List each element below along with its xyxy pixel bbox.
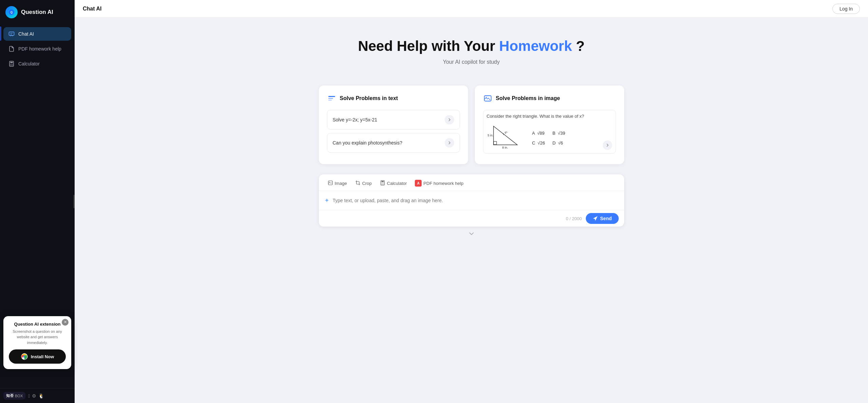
crop-label: Crop: [362, 181, 372, 186]
popup-description: Screenshot a question on any website and…: [9, 329, 66, 346]
sidebar-item-label: Chat AI: [18, 31, 34, 37]
svg-point-9: [12, 64, 13, 65]
send-button[interactable]: Send: [586, 213, 618, 224]
problem-item-2[interactable]: Can you explain photosynthesis?: [327, 133, 460, 153]
image-label: Image: [335, 181, 347, 186]
image-problems-icon: [483, 94, 493, 103]
input-footer: 0 / 2000 Send: [319, 210, 624, 227]
login-button[interactable]: Log In: [832, 4, 860, 14]
svg-point-34: [383, 184, 383, 184]
sidebar-logo: Q Question AI: [0, 0, 75, 24]
image-arrow-button[interactable]: [603, 140, 612, 150]
popup-title: Question AI extension: [9, 322, 66, 327]
apple-icon: : [28, 393, 30, 399]
svg-point-31: [383, 183, 383, 183]
install-label: Install Now: [31, 354, 54, 359]
hero-title-suffix: ?: [572, 38, 584, 54]
problem-item-1[interactable]: Solve y=-2x; y=5x-21: [327, 110, 460, 130]
platform-icons:  ⚙ 🐧: [28, 393, 44, 399]
sparkle-icon: ✦: [324, 197, 329, 204]
svg-point-10: [10, 65, 11, 66]
svg-text:8 in.: 8 in.: [502, 146, 508, 149]
svg-text:x in.: x in.: [502, 130, 508, 136]
extension-popup: ✕ Question AI extension Screenshot a que…: [3, 316, 71, 369]
sidebar-item-label: Calculator: [18, 61, 40, 66]
hero-title: Need Help with Your Homework ?: [358, 38, 584, 54]
svg-point-12: [12, 65, 13, 66]
svg-text:5 in.: 5 in.: [487, 134, 493, 137]
svg-point-8: [11, 64, 12, 65]
svg-text:Q: Q: [11, 11, 13, 14]
image-card-title: Solve Problems in image: [496, 95, 560, 101]
math-options: A √89 B √39 C √26 D √6: [529, 129, 568, 147]
svg-rect-6: [10, 62, 13, 63]
pdf-icon: [8, 45, 15, 52]
math-option-c: C √26: [529, 139, 548, 147]
text-card-title: Solve Problems in text: [340, 95, 398, 101]
svg-rect-16: [328, 98, 333, 99]
svg-point-32: [382, 184, 382, 184]
input-container: Image Crop Calculator A PDF homework: [319, 174, 624, 227]
text-problems-card: Solve Problems in text Solve y=-2x; y=5x…: [319, 85, 468, 164]
toolbar: Image Crop Calculator A PDF homework: [319, 174, 624, 191]
svg-marker-20: [494, 126, 517, 145]
svg-point-19: [486, 97, 487, 98]
problem-text-1: Solve y=-2x; y=5x-21: [333, 117, 378, 122]
crop-button[interactable]: Crop: [352, 178, 375, 189]
svg-point-7: [10, 64, 11, 65]
sidebar-item-calculator[interactable]: Calculator: [3, 57, 71, 71]
hero-title-highlight: Homework: [499, 38, 572, 54]
triangle-svg: x in. 5 in. 8 in.: [487, 123, 524, 150]
example-cards: Solve Problems in text Solve y=-2x; y=5x…: [319, 85, 624, 164]
svg-rect-21: [494, 141, 497, 145]
calculator-icon: [8, 60, 15, 67]
text-problems-icon: [327, 94, 336, 103]
arrow-button-2[interactable]: [445, 138, 454, 148]
main-panel: Chat AI Log In Need Help with Your Homew…: [75, 0, 868, 403]
android-icon: ⚙: [32, 393, 36, 399]
send-label: Send: [600, 216, 612, 221]
svg-rect-17: [328, 100, 332, 101]
popup-close-button[interactable]: ✕: [62, 319, 69, 326]
image-problems-card: Solve Problems in image Consider the rig…: [475, 85, 624, 164]
pdf-toolbar-button[interactable]: A PDF homework help: [411, 178, 467, 189]
header: Chat AI Log In: [75, 0, 868, 18]
active-indicator: [0, 26, 1, 41]
hero-subtitle: Your AI copilot for study: [443, 59, 500, 65]
calc-label: Calculator: [387, 181, 407, 186]
sidebar-bottom: 知否 BOX  ⚙ 🐧: [0, 388, 75, 403]
math-option-a: A √89: [529, 129, 548, 137]
calculator-toolbar-button[interactable]: Calculator: [377, 178, 410, 189]
chat-ai-icon: [8, 31, 15, 37]
image-button[interactable]: Image: [324, 178, 350, 189]
svg-point-33: [382, 184, 383, 184]
svg-rect-28: [381, 181, 384, 182]
bottom-chevron[interactable]: [464, 227, 479, 241]
crop-toolbar-icon: [355, 180, 361, 187]
logo-icon: Q: [5, 6, 18, 18]
math-image-area: Consider the right triangle. What is the…: [483, 110, 616, 154]
problem-text-2: Can you explain photosynthesis?: [333, 140, 402, 146]
sidebar: Q Question AI Chat AI: [0, 0, 75, 403]
arrow-button-1[interactable]: [445, 115, 454, 124]
image-card-header: Solve Problems in image: [483, 94, 616, 103]
svg-point-11: [11, 65, 12, 66]
sidebar-resize-handle[interactable]: [73, 195, 75, 208]
chat-input[interactable]: [333, 198, 619, 203]
sidebar-item-chat-ai[interactable]: Chat AI: [3, 27, 71, 41]
page-title: Chat AI: [83, 6, 101, 12]
svg-rect-2: [9, 32, 14, 36]
svg-point-30: [382, 183, 383, 183]
char-count: 0 / 2000: [566, 216, 582, 221]
calc-toolbar-icon: [380, 180, 385, 187]
brand-badge: 知否 BOX: [3, 392, 25, 400]
install-button[interactable]: Install Now: [9, 349, 66, 364]
hero-title-prefix: Need Help with Your: [358, 38, 499, 54]
app-name: Question AI: [21, 9, 53, 16]
sidebar-item-pdf[interactable]: PDF homework help: [3, 42, 71, 56]
text-card-header: Solve Problems in text: [327, 94, 460, 103]
svg-rect-27: [381, 180, 384, 185]
math-option-d: D √6: [550, 139, 568, 147]
sidebar-item-label: PDF homework help: [18, 46, 61, 52]
math-option-b: B √39: [550, 129, 568, 137]
